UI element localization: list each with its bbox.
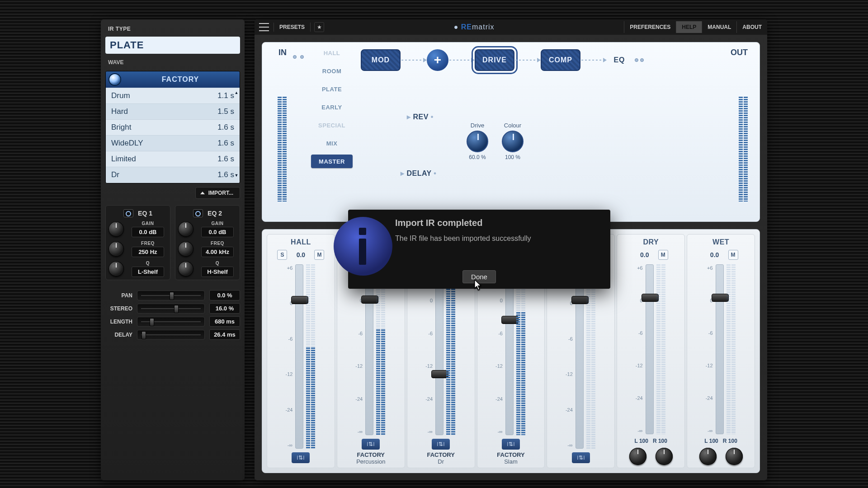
signal-chain: IN OUT HALLROOMPLATEEARLYSPECIALMIXMASTE… — [262, 42, 760, 222]
power-icon[interactable] — [123, 209, 133, 217]
drive-colour-knob[interactable] — [502, 131, 524, 152]
left-knob[interactable] — [629, 448, 646, 465]
mod-module[interactable]: MOD — [361, 49, 401, 71]
eq-column: EQ 1GAIN0.0 dBFREQ250 HzQL-Shelf — [105, 205, 170, 280]
q-value[interactable]: L-Shelf — [132, 267, 164, 277]
output-meter — [739, 97, 749, 202]
mixer-channel: DRY0.0M+60-6-12-24-∞L 100R 100 — [617, 234, 685, 468]
help-button[interactable]: HELP — [676, 21, 702, 33]
left-panel: IR TYPE PLATE WAVE FACTORY Drum1.1 sHard… — [101, 19, 245, 480]
list-item[interactable]: WideDLY1.6 s — [106, 135, 240, 151]
comp-module[interactable]: COMP — [541, 49, 580, 71]
dialog-title: Import IR completed — [395, 218, 602, 228]
ir-type-value[interactable]: PLATE — [105, 37, 240, 54]
menu-icon[interactable] — [259, 23, 269, 31]
slider-value[interactable]: 26.4 ms — [209, 329, 240, 340]
in-label: IN — [278, 48, 287, 57]
channel-value[interactable]: 0.0 — [290, 251, 311, 258]
gain-knob[interactable] — [178, 221, 193, 237]
freq-value[interactable]: 250 Hz — [132, 247, 164, 257]
slider-value[interactable]: 0.0 % — [209, 290, 240, 300]
bank-name: FACTORY — [162, 75, 199, 84]
eq-module[interactable]: EQ — [607, 49, 632, 71]
solo-button[interactable]: S — [277, 250, 287, 260]
slot-hall[interactable]: HALL — [311, 46, 353, 60]
vu-meter — [306, 264, 316, 449]
slot-master[interactable]: MASTER — [311, 155, 353, 168]
app-logo: ● REmatrix — [324, 23, 624, 31]
gain-value[interactable]: 0.0 dB — [201, 227, 234, 237]
mixer-channel: HALLS0.0M+60-6-12-24-∞⁞⇅⁞ — [267, 234, 335, 468]
freq-knob[interactable] — [108, 241, 124, 257]
ir-list[interactable]: FACTORY Drum1.1 sHard1.5 sBright1.6 sWid… — [105, 71, 240, 183]
right-knob[interactable] — [726, 448, 743, 465]
mute-button[interactable]: M — [314, 250, 324, 260]
slider-track[interactable] — [137, 330, 205, 340]
vu-meter — [376, 264, 386, 435]
freq-value[interactable]: 4.00 kHz — [201, 247, 234, 257]
presets-button[interactable]: PRESETS — [274, 21, 310, 33]
slot-early[interactable]: EARLY — [311, 100, 353, 114]
fader-track[interactable] — [646, 264, 654, 434]
dialog-message: The IR file has been imported successful… — [395, 235, 602, 243]
fader-track[interactable] — [435, 264, 443, 435]
drive-module[interactable]: DRIVE — [475, 49, 514, 71]
q-value[interactable]: H-Shelf — [201, 267, 234, 277]
scroll-cue[interactable]: ▲▼ — [234, 90, 239, 178]
connector-dot — [293, 55, 297, 59]
slot-room[interactable]: ROOM — [311, 64, 353, 78]
slider-value[interactable]: 680 ms — [209, 316, 240, 327]
channel-edit-button[interactable]: ⁞⇅⁞ — [572, 452, 590, 463]
import-button[interactable]: IMPORT... — [195, 187, 240, 199]
channel-edit-button[interactable]: ⁞⇅⁞ — [432, 439, 450, 450]
list-item[interactable]: Bright1.6 s — [106, 119, 240, 135]
channel-edit-button[interactable]: ⁞⇅⁞ — [292, 452, 310, 463]
list-item[interactable]: Dr1.6 s — [106, 167, 240, 183]
h-slider: PAN0.0 % — [105, 290, 240, 300]
channel-value[interactable]: 0.0 — [704, 251, 726, 258]
mute-button[interactable]: M — [728, 250, 738, 260]
list-item[interactable]: Hard1.5 s — [106, 103, 240, 119]
slider-track[interactable] — [137, 291, 205, 300]
fader-track[interactable] — [295, 264, 303, 449]
h-slider: LENGTH680 ms — [105, 316, 240, 327]
manual-button[interactable]: MANUAL — [702, 21, 736, 33]
drive-amount-value: 60.0 % — [469, 154, 486, 160]
power-icon[interactable] — [193, 209, 203, 217]
freq-knob[interactable] — [178, 241, 193, 257]
slider-value[interactable]: 16.0 % — [209, 303, 240, 314]
slider-track[interactable] — [137, 304, 205, 314]
slot-selector: HALLROOMPLATEEARLYSPECIALMIXMASTER — [311, 46, 353, 168]
about-button[interactable]: ABOUT — [736, 21, 767, 33]
preferences-button[interactable]: PREFERENCES — [624, 21, 676, 33]
done-button[interactable]: Done — [462, 270, 496, 283]
drive-amount-knob[interactable] — [467, 131, 488, 152]
fader-track[interactable] — [505, 264, 514, 435]
add-module-button[interactable]: + — [427, 49, 448, 71]
list-item[interactable]: Drum1.1 s — [106, 88, 240, 103]
mixer-channel: WET0.0M+60-6-12-24-∞L 100R 100 — [687, 234, 755, 468]
favorite-icon[interactable]: ★ — [314, 22, 324, 32]
drive-controls: Drive 60.0 % Colour 100 % — [467, 122, 524, 160]
mute-button[interactable]: M — [658, 250, 668, 260]
vu-meter — [726, 264, 736, 434]
slot-special[interactable]: SPECIAL — [311, 118, 353, 132]
fader-track[interactable] — [716, 264, 724, 434]
q-knob[interactable] — [178, 261, 193, 277]
ir-list-header[interactable]: FACTORY — [106, 71, 240, 88]
channel-edit-button[interactable]: ⁞⇅⁞ — [502, 439, 520, 450]
channel-value[interactable]: 0.0 — [634, 251, 656, 258]
fader-track[interactable] — [365, 264, 373, 435]
gain-value[interactable]: 0.0 dB — [132, 227, 164, 237]
channel-edit-button[interactable]: ⁞⇅⁞ — [362, 439, 380, 450]
slider-track[interactable] — [137, 317, 205, 327]
right-knob[interactable] — [656, 448, 673, 465]
drive-amount-label: Drive — [471, 122, 484, 129]
gain-knob[interactable] — [108, 221, 124, 237]
slot-plate[interactable]: PLATE — [311, 82, 353, 96]
slot-mix[interactable]: MIX — [311, 136, 353, 150]
fader-track[interactable] — [576, 264, 584, 449]
left-knob[interactable] — [699, 448, 717, 465]
list-item[interactable]: Limited1.6 s — [106, 151, 240, 167]
q-knob[interactable] — [108, 261, 124, 277]
